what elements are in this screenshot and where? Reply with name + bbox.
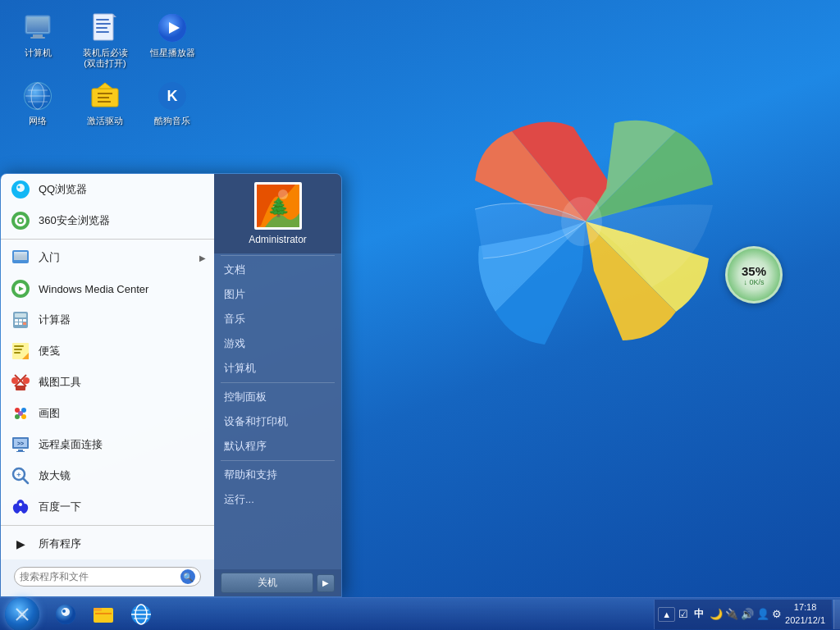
- svg-rect-37: [14, 252, 27, 260]
- lang-indicator[interactable]: 中: [691, 605, 707, 623]
- tray-icon-moon[interactable]: 🌙: [710, 608, 723, 620]
- magnifier-icon: +: [9, 464, 32, 487]
- svg-rect-25: [98, 101, 111, 103]
- svg-rect-58: [16, 386, 25, 390]
- svg-rect-47: [19, 322, 22, 325]
- svg-text:K: K: [167, 88, 178, 104]
- menu-divider-2: [1, 525, 214, 526]
- menu-item-remote-desktop[interactable]: >> 远程桌面连接: [1, 429, 214, 460]
- menu-item-intro[interactable]: 入门 ▶: [1, 242, 214, 273]
- network-label: 网络: [29, 116, 47, 126]
- menu-item-run[interactable]: 运行...: [214, 487, 341, 512]
- start-orb[interactable]: [5, 597, 39, 631]
- computer-label: 计算机: [25, 48, 52, 58]
- wmc-label: Windows Media Center: [39, 283, 206, 295]
- desktop-icon-hengxing[interactable]: 恒星播放器: [143, 8, 202, 72]
- desktop-icon-kugou[interactable]: K 酷狗音乐: [143, 76, 202, 130]
- svg-rect-44: [19, 319, 22, 322]
- right-divider-2: [221, 382, 336, 383]
- computer-icon-img: [21, 11, 54, 44]
- menu-item-sticky-notes[interactable]: 便笺: [1, 336, 214, 367]
- sticky-notes-icon: [9, 340, 32, 363]
- net-speed: ↓ 0K/s: [743, 278, 764, 286]
- tray-icon-power[interactable]: 🔌: [725, 608, 738, 620]
- svg-point-30: [18, 186, 21, 189]
- menu-item-baidu[interactable]: 百度一下: [1, 491, 214, 523]
- tray-expand-button[interactable]: ▲: [658, 607, 675, 622]
- menu-item-magnifier[interactable]: + 放大镜: [1, 460, 214, 491]
- desktop-icon-post-install[interactable]: 装机后必读(双击打开): [75, 8, 135, 72]
- hengxing-label: 恒星播放器: [150, 48, 195, 58]
- calculator-icon: [9, 308, 32, 331]
- tray-main: ▲ ☑ 中 🌙 🔌 🔊 👤 ⚙ 17:18 2021/12/1: [654, 600, 832, 629]
- right-spacer: [214, 512, 341, 569]
- taskbar-app-network[interactable]: [48, 600, 84, 629]
- baidu-label: 百度一下: [39, 500, 206, 514]
- search-box[interactable]: 🔍: [14, 567, 201, 587]
- qq-browser-icon: [9, 178, 32, 201]
- start-menu-right: 🌲 Administrator 文档 图片 音乐 游戏 计算机: [214, 174, 341, 596]
- menu-item-documents[interactable]: 文档: [214, 258, 341, 282]
- svg-point-85: [62, 609, 66, 613]
- shutdown-bar: 关机 ▶: [214, 569, 341, 596]
- user-avatar[interactable]: 🌲: [254, 182, 302, 230]
- menu-item-360-browser[interactable]: 360安全浏览器: [1, 205, 214, 236]
- menu-item-pictures[interactable]: 图片: [214, 282, 341, 307]
- default-programs-label: 默认程序: [224, 439, 267, 454]
- net-percent: 35%: [742, 264, 766, 278]
- menu-item-games[interactable]: 游戏: [214, 331, 341, 356]
- right-divider-1: [221, 255, 336, 256]
- svg-point-64: [18, 411, 23, 416]
- hengxing-icon-img: [156, 11, 189, 44]
- games-label: 游戏: [224, 336, 245, 351]
- menu-item-help-support[interactable]: 帮助和支持: [214, 463, 341, 487]
- snipping-label: 截图工具: [39, 375, 206, 390]
- icon-row-1: 计算机 装机后必读(双击打开): [8, 8, 202, 72]
- menu-item-devices-printers[interactable]: 设备和打印机: [214, 409, 341, 434]
- tray-icon-gear[interactable]: ⚙: [772, 608, 782, 620]
- net-speed-widget: 35% ↓ 0K/s: [725, 246, 783, 304]
- svg-line-71: [23, 478, 28, 483]
- tray-icon-checkbox[interactable]: ☑: [678, 608, 688, 620]
- intro-arrow: ▶: [199, 253, 206, 262]
- menu-item-qq-browser[interactable]: QQ浏览器: [1, 174, 214, 205]
- svg-point-76: [19, 503, 22, 506]
- shutdown-arrow[interactable]: ▶: [317, 574, 335, 592]
- clock[interactable]: 17:18 2021/12/1: [782, 601, 829, 627]
- svg-text:>>: >>: [17, 441, 24, 446]
- baidu-icon: [9, 495, 32, 518]
- menu-item-paint[interactable]: 画图: [1, 398, 214, 429]
- desktop-icon-network[interactable]: 网络: [8, 76, 67, 130]
- menu-item-control-panel[interactable]: 控制面板: [214, 385, 341, 409]
- activate-label: 激活驱动: [87, 116, 123, 126]
- svg-point-34: [19, 219, 22, 222]
- tray-icon-user[interactable]: 👤: [756, 608, 769, 620]
- desktop-icon-computer[interactable]: 计算机: [8, 8, 67, 72]
- windows-logo: [430, 66, 742, 381]
- menu-item-calculator[interactable]: 计算器: [1, 304, 214, 336]
- 360-browser-icon: [9, 209, 32, 232]
- computer-r-label: 计算机: [224, 361, 256, 376]
- desktop-icon-activate[interactable]: 激活驱动: [75, 76, 135, 130]
- shutdown-button[interactable]: 关机: [221, 573, 313, 593]
- menu-item-wmc[interactable]: Windows Media Center: [1, 273, 214, 304]
- start-button[interactable]: [0, 598, 44, 631]
- tray-icon-sound[interactable]: 🔊: [741, 608, 754, 620]
- system-tray-area: ▲ ☑ 中 🌙 🔌 🔊 👤 ⚙ 17:18 2021/12/1: [654, 600, 840, 629]
- svg-rect-10: [96, 27, 107, 29]
- 360-browser-label: 360安全浏览器: [39, 213, 206, 228]
- menu-item-default-programs[interactable]: 默认程序: [214, 434, 341, 459]
- taskbar-app-explorer[interactable]: [85, 600, 121, 629]
- taskbar-app-ie[interactable]: [123, 600, 159, 629]
- show-desktop-button[interactable]: [833, 600, 840, 629]
- menu-item-all-programs[interactable]: ▶ 所有程序: [1, 528, 214, 559]
- clock-date: 2021/12/1: [785, 614, 825, 627]
- svg-rect-68: [16, 451, 25, 452]
- control-panel-label: 控制面板: [224, 390, 267, 404]
- search-button[interactable]: 🔍: [180, 569, 195, 584]
- paint-icon: [9, 402, 32, 425]
- menu-item-music[interactable]: 音乐: [214, 307, 341, 331]
- menu-item-snipping[interactable]: 截图工具: [1, 367, 214, 398]
- search-input[interactable]: [20, 571, 180, 582]
- menu-item-computer-r[interactable]: 计算机: [214, 356, 341, 381]
